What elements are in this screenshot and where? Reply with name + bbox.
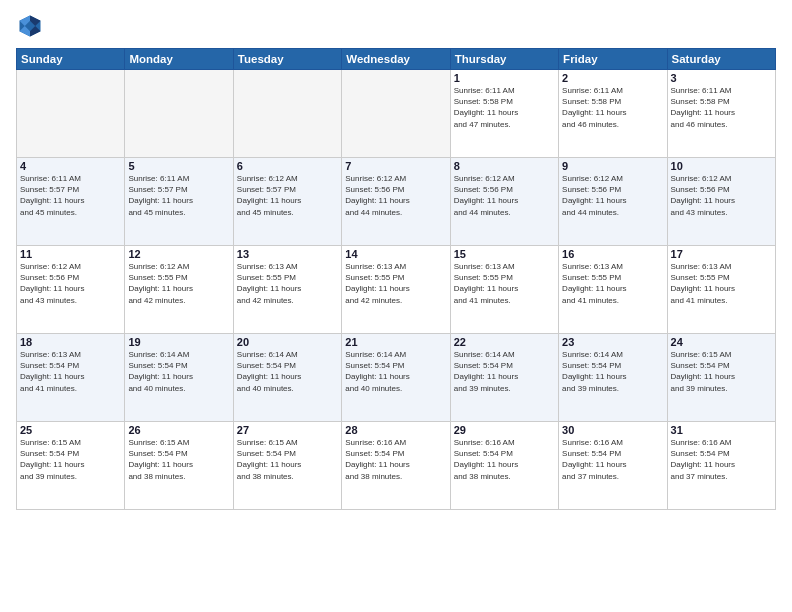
calendar-cell: 4Sunrise: 6:11 AM Sunset: 5:57 PM Daylig… (17, 158, 125, 246)
calendar-cell (125, 70, 233, 158)
calendar-cell: 1Sunrise: 6:11 AM Sunset: 5:58 PM Daylig… (450, 70, 558, 158)
day-number: 18 (20, 336, 121, 348)
calendar-cell: 11Sunrise: 6:12 AM Sunset: 5:56 PM Dayli… (17, 246, 125, 334)
day-info: Sunrise: 6:12 AM Sunset: 5:56 PM Dayligh… (20, 261, 121, 306)
calendar-week-row: 25Sunrise: 6:15 AM Sunset: 5:54 PM Dayli… (17, 422, 776, 510)
calendar-header-row: SundayMondayTuesdayWednesdayThursdayFrid… (17, 49, 776, 70)
day-number: 6 (237, 160, 338, 172)
calendar-cell: 17Sunrise: 6:13 AM Sunset: 5:55 PM Dayli… (667, 246, 775, 334)
col-header-wednesday: Wednesday (342, 49, 450, 70)
calendar-week-row: 18Sunrise: 6:13 AM Sunset: 5:54 PM Dayli… (17, 334, 776, 422)
day-number: 24 (671, 336, 772, 348)
col-header-friday: Friday (559, 49, 667, 70)
day-number: 28 (345, 424, 446, 436)
calendar-cell: 19Sunrise: 6:14 AM Sunset: 5:54 PM Dayli… (125, 334, 233, 422)
calendar-cell: 2Sunrise: 6:11 AM Sunset: 5:58 PM Daylig… (559, 70, 667, 158)
logo-icon (16, 12, 44, 40)
day-info: Sunrise: 6:12 AM Sunset: 5:57 PM Dayligh… (237, 173, 338, 218)
calendar-cell: 14Sunrise: 6:13 AM Sunset: 5:55 PM Dayli… (342, 246, 450, 334)
calendar-cell: 3Sunrise: 6:11 AM Sunset: 5:58 PM Daylig… (667, 70, 775, 158)
day-number: 26 (128, 424, 229, 436)
calendar-cell: 8Sunrise: 6:12 AM Sunset: 5:56 PM Daylig… (450, 158, 558, 246)
day-info: Sunrise: 6:11 AM Sunset: 5:58 PM Dayligh… (562, 85, 663, 130)
day-info: Sunrise: 6:11 AM Sunset: 5:58 PM Dayligh… (454, 85, 555, 130)
col-header-thursday: Thursday (450, 49, 558, 70)
calendar-cell: 5Sunrise: 6:11 AM Sunset: 5:57 PM Daylig… (125, 158, 233, 246)
day-info: Sunrise: 6:14 AM Sunset: 5:54 PM Dayligh… (128, 349, 229, 394)
calendar-cell: 21Sunrise: 6:14 AM Sunset: 5:54 PM Dayli… (342, 334, 450, 422)
calendar-cell: 31Sunrise: 6:16 AM Sunset: 5:54 PM Dayli… (667, 422, 775, 510)
calendar-table: SundayMondayTuesdayWednesdayThursdayFrid… (16, 48, 776, 510)
day-number: 31 (671, 424, 772, 436)
day-info: Sunrise: 6:16 AM Sunset: 5:54 PM Dayligh… (454, 437, 555, 482)
day-number: 21 (345, 336, 446, 348)
day-number: 19 (128, 336, 229, 348)
day-number: 9 (562, 160, 663, 172)
day-number: 2 (562, 72, 663, 84)
day-number: 4 (20, 160, 121, 172)
calendar-cell: 10Sunrise: 6:12 AM Sunset: 5:56 PM Dayli… (667, 158, 775, 246)
calendar-week-row: 1Sunrise: 6:11 AM Sunset: 5:58 PM Daylig… (17, 70, 776, 158)
calendar-cell: 29Sunrise: 6:16 AM Sunset: 5:54 PM Dayli… (450, 422, 558, 510)
calendar-cell: 12Sunrise: 6:12 AM Sunset: 5:55 PM Dayli… (125, 246, 233, 334)
day-number: 11 (20, 248, 121, 260)
day-number: 25 (20, 424, 121, 436)
day-info: Sunrise: 6:15 AM Sunset: 5:54 PM Dayligh… (671, 349, 772, 394)
calendar-week-row: 4Sunrise: 6:11 AM Sunset: 5:57 PM Daylig… (17, 158, 776, 246)
day-info: Sunrise: 6:12 AM Sunset: 5:55 PM Dayligh… (128, 261, 229, 306)
day-number: 29 (454, 424, 555, 436)
day-number: 16 (562, 248, 663, 260)
col-header-sunday: Sunday (17, 49, 125, 70)
day-info: Sunrise: 6:14 AM Sunset: 5:54 PM Dayligh… (345, 349, 446, 394)
day-info: Sunrise: 6:11 AM Sunset: 5:58 PM Dayligh… (671, 85, 772, 130)
day-info: Sunrise: 6:12 AM Sunset: 5:56 PM Dayligh… (671, 173, 772, 218)
day-number: 30 (562, 424, 663, 436)
day-number: 3 (671, 72, 772, 84)
day-info: Sunrise: 6:16 AM Sunset: 5:54 PM Dayligh… (562, 437, 663, 482)
col-header-saturday: Saturday (667, 49, 775, 70)
day-info: Sunrise: 6:14 AM Sunset: 5:54 PM Dayligh… (562, 349, 663, 394)
day-info: Sunrise: 6:14 AM Sunset: 5:54 PM Dayligh… (454, 349, 555, 394)
calendar-cell: 18Sunrise: 6:13 AM Sunset: 5:54 PM Dayli… (17, 334, 125, 422)
calendar-cell: 25Sunrise: 6:15 AM Sunset: 5:54 PM Dayli… (17, 422, 125, 510)
logo (16, 12, 48, 40)
day-number: 17 (671, 248, 772, 260)
day-info: Sunrise: 6:13 AM Sunset: 5:55 PM Dayligh… (237, 261, 338, 306)
day-info: Sunrise: 6:15 AM Sunset: 5:54 PM Dayligh… (128, 437, 229, 482)
day-info: Sunrise: 6:13 AM Sunset: 5:55 PM Dayligh… (454, 261, 555, 306)
day-number: 20 (237, 336, 338, 348)
day-number: 14 (345, 248, 446, 260)
day-info: Sunrise: 6:13 AM Sunset: 5:54 PM Dayligh… (20, 349, 121, 394)
day-number: 10 (671, 160, 772, 172)
calendar-cell (342, 70, 450, 158)
calendar-cell (233, 70, 341, 158)
day-number: 7 (345, 160, 446, 172)
day-info: Sunrise: 6:13 AM Sunset: 5:55 PM Dayligh… (562, 261, 663, 306)
calendar-cell: 13Sunrise: 6:13 AM Sunset: 5:55 PM Dayli… (233, 246, 341, 334)
page: SundayMondayTuesdayWednesdayThursdayFrid… (0, 0, 792, 612)
calendar-cell: 6Sunrise: 6:12 AM Sunset: 5:57 PM Daylig… (233, 158, 341, 246)
day-number: 1 (454, 72, 555, 84)
day-info: Sunrise: 6:16 AM Sunset: 5:54 PM Dayligh… (671, 437, 772, 482)
day-number: 12 (128, 248, 229, 260)
calendar-cell: 15Sunrise: 6:13 AM Sunset: 5:55 PM Dayli… (450, 246, 558, 334)
col-header-tuesday: Tuesday (233, 49, 341, 70)
calendar-cell: 24Sunrise: 6:15 AM Sunset: 5:54 PM Dayli… (667, 334, 775, 422)
day-info: Sunrise: 6:14 AM Sunset: 5:54 PM Dayligh… (237, 349, 338, 394)
calendar-cell: 7Sunrise: 6:12 AM Sunset: 5:56 PM Daylig… (342, 158, 450, 246)
calendar-cell: 22Sunrise: 6:14 AM Sunset: 5:54 PM Dayli… (450, 334, 558, 422)
calendar-cell: 28Sunrise: 6:16 AM Sunset: 5:54 PM Dayli… (342, 422, 450, 510)
day-info: Sunrise: 6:11 AM Sunset: 5:57 PM Dayligh… (20, 173, 121, 218)
day-info: Sunrise: 6:12 AM Sunset: 5:56 PM Dayligh… (345, 173, 446, 218)
day-info: Sunrise: 6:12 AM Sunset: 5:56 PM Dayligh… (562, 173, 663, 218)
calendar-cell: 23Sunrise: 6:14 AM Sunset: 5:54 PM Dayli… (559, 334, 667, 422)
calendar-cell (17, 70, 125, 158)
calendar-cell: 26Sunrise: 6:15 AM Sunset: 5:54 PM Dayli… (125, 422, 233, 510)
header (16, 12, 776, 40)
calendar-cell: 16Sunrise: 6:13 AM Sunset: 5:55 PM Dayli… (559, 246, 667, 334)
day-info: Sunrise: 6:11 AM Sunset: 5:57 PM Dayligh… (128, 173, 229, 218)
col-header-monday: Monday (125, 49, 233, 70)
day-info: Sunrise: 6:16 AM Sunset: 5:54 PM Dayligh… (345, 437, 446, 482)
day-number: 15 (454, 248, 555, 260)
day-info: Sunrise: 6:13 AM Sunset: 5:55 PM Dayligh… (671, 261, 772, 306)
